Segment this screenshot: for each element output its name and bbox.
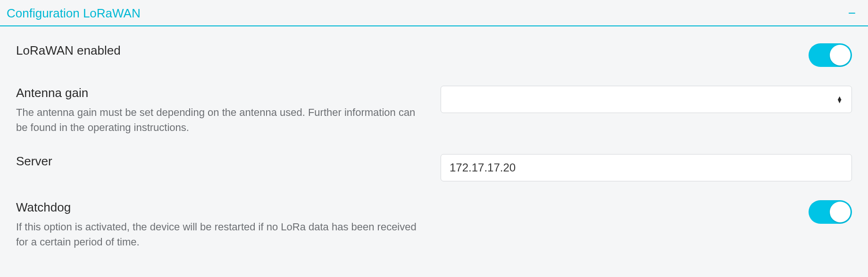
server-label: Server <box>16 154 422 169</box>
row-antenna-gain: Antenna gain The antenna gain must be se… <box>16 86 852 135</box>
antenna-gain-help: The antenna gain must be set depending o… <box>16 105 422 135</box>
collapse-button[interactable]: − <box>843 6 861 21</box>
antenna-gain-select-wrap: ▲ ▼ <box>441 86 852 113</box>
panel-header: Configuration LoRaWAN − <box>0 0 868 26</box>
row-lorawan-enabled: LoRaWAN enabled <box>16 43 852 67</box>
antenna-gain-label: Antenna gain <box>16 86 422 100</box>
lorawan-enabled-toggle[interactable] <box>809 43 852 67</box>
server-input[interactable] <box>441 154 852 181</box>
lorawan-enabled-label: LoRaWAN enabled <box>16 43 422 58</box>
row-server: Server <box>16 154 852 181</box>
antenna-gain-select[interactable] <box>441 86 852 113</box>
minus-icon: − <box>848 6 856 20</box>
toggle-knob <box>830 202 851 222</box>
form-section: LoRaWAN enabled Antenna gain The antenna… <box>0 26 868 259</box>
row-watchdog: Watchdog If this option is activated, th… <box>16 200 852 250</box>
watchdog-label: Watchdog <box>16 200 422 215</box>
panel-title: Configuration LoRaWAN <box>7 6 141 21</box>
watchdog-help: If this option is activated, the device … <box>16 220 422 250</box>
watchdog-toggle[interactable] <box>809 200 852 224</box>
toggle-knob <box>830 45 851 65</box>
